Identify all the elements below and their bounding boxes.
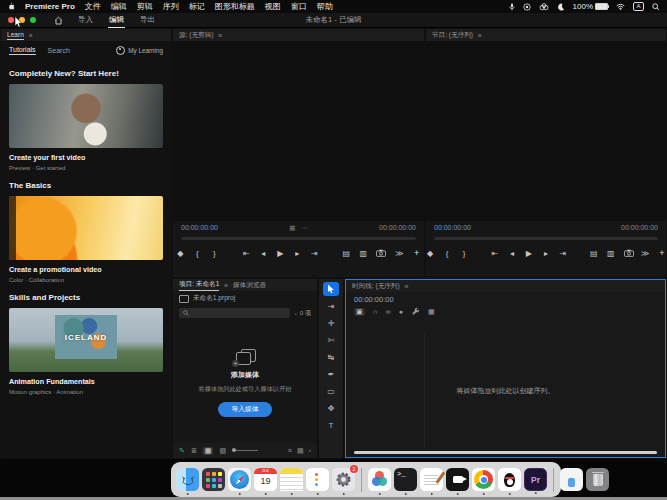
razor-tool[interactable]: ✄ — [323, 333, 339, 347]
mark-out-button[interactable]: } — [210, 249, 218, 258]
nest-toggle[interactable]: ▣ — [354, 308, 365, 316]
learn-card-promotional-video[interactable]: Create a promotional video Color · Colla… — [9, 196, 163, 283]
button-editor-button[interactable]: + — [658, 248, 666, 258]
timeline-panel-tab[interactable]: 时间线: (无序列) — [352, 282, 400, 291]
home-icon[interactable] — [54, 16, 63, 25]
apple-menu-icon[interactable] — [7, 2, 15, 11]
timeline-horizontal-scrollbar[interactable] — [354, 451, 657, 454]
source-monitor-tab[interactable]: 源: (无剪辑) — [179, 31, 213, 40]
sort-button[interactable]: ≡ — [288, 447, 292, 455]
dock-trash-icon[interactable] — [586, 468, 609, 491]
project-search-input[interactable] — [179, 308, 290, 318]
resolution-menu-icon[interactable]: ⋯ — [301, 224, 308, 232]
ripple-edit-tool[interactable]: ✛ — [323, 316, 339, 330]
media-browser-tab[interactable]: 媒体浏览器 — [233, 281, 266, 290]
spotlight-search-icon[interactable] — [652, 3, 660, 11]
dock-qq-icon[interactable] — [498, 468, 521, 491]
wifi-icon[interactable] — [616, 3, 625, 10]
step-forward-button[interactable]: ▸ — [293, 249, 301, 258]
mark-in-button[interactable]: { — [443, 249, 451, 258]
menu-clip[interactable]: 剪辑 — [137, 1, 153, 12]
tab-edit[interactable]: 编辑 — [108, 13, 125, 28]
dock-overlapping-circles-app-icon[interactable] — [368, 468, 391, 491]
dock-safari-icon[interactable] — [228, 468, 251, 491]
project-panel-tab[interactable]: 项目: 未命名1 — [179, 280, 219, 291]
thumbnail-zoom-slider[interactable] — [232, 450, 258, 451]
focus-moon-icon[interactable] — [557, 3, 565, 11]
menu-sequence[interactable]: 序列 — [163, 1, 179, 12]
timeline-timecode[interactable]: 00:00:00:00 — [346, 292, 665, 305]
menu-graphics-titles[interactable]: 图形和标题 — [215, 1, 255, 12]
add-marker-button[interactable]: ● — [399, 308, 403, 315]
screen-record-status-icon[interactable] — [523, 3, 531, 11]
more-buttons-icon[interactable]: ≫ — [395, 249, 403, 258]
hand-tool[interactable]: ✥ — [323, 401, 339, 415]
extract-button[interactable]: ▥ — [607, 249, 615, 258]
menu-help[interactable]: 帮助 — [317, 1, 333, 12]
my-learning-button[interactable]: My Learning — [116, 46, 163, 55]
panel-menu-icon[interactable]: ≡ — [29, 32, 33, 39]
step-back-button[interactable]: ◂ — [508, 249, 516, 258]
menu-edit[interactable]: 编辑 — [111, 1, 127, 12]
dock-finder-icon[interactable] — [176, 468, 199, 491]
go-to-out-button[interactable]: ⇥ — [559, 249, 567, 258]
new-item-button[interactable]: ▫ — [309, 447, 311, 455]
zoom-window-button[interactable] — [30, 17, 36, 23]
input-source-icon[interactable]: A — [633, 2, 644, 11]
insert-button[interactable]: ▤ — [342, 249, 350, 258]
lift-button[interactable]: ▤ — [590, 249, 598, 258]
dock-launchpad-icon[interactable] — [202, 468, 225, 491]
go-to-in-button[interactable]: ⇤ — [491, 249, 499, 258]
panel-menu-icon[interactable]: ≡ — [218, 32, 222, 39]
dock-video-app-icon[interactable] — [446, 468, 469, 491]
more-buttons-icon[interactable]: ≫ — [641, 249, 649, 258]
tab-import[interactable]: 导入 — [77, 13, 94, 28]
pen-tool[interactable]: ✒ — [323, 367, 339, 381]
add-marker-button[interactable]: ◆ — [426, 249, 434, 258]
go-to-out-button[interactable]: ⇥ — [310, 249, 318, 258]
play-button[interactable]: ▶ — [525, 249, 533, 258]
menu-window[interactable]: 窗口 — [291, 1, 307, 12]
panel-menu-icon[interactable]: ≡ — [405, 283, 409, 290]
program-monitor-tab[interactable]: 节目: (无序列) — [432, 31, 473, 40]
dock-reminders-icon[interactable] — [306, 468, 329, 491]
import-media-button[interactable]: 导入媒体 — [218, 402, 271, 417]
export-frame-button[interactable] — [624, 249, 632, 257]
step-forward-button[interactable]: ▸ — [542, 249, 550, 258]
menu-file[interactable]: 文件 — [85, 1, 101, 12]
dock-calendar-icon[interactable]: 11月 19 — [254, 468, 277, 491]
icon-view-button[interactable]: ▦ — [203, 447, 214, 455]
edit-pencil-icon[interactable]: ✎ — [179, 447, 185, 455]
track-select-tool[interactable]: ⇥ — [323, 299, 339, 313]
export-frame-button[interactable] — [376, 249, 386, 257]
creative-cloud-icon[interactable] — [539, 3, 549, 11]
tab-export[interactable]: 导出 — [139, 13, 156, 28]
filter-icon[interactable]: ▫ — [294, 310, 296, 317]
fit-menu-icon[interactable]: ▦ — [289, 224, 295, 232]
timeline-settings-wrench-icon[interactable] — [411, 307, 420, 316]
go-to-in-button[interactable]: ⇤ — [242, 249, 250, 258]
program-scrub-bar[interactable] — [434, 237, 658, 240]
learn-panel-tab[interactable]: Learn — [7, 31, 24, 40]
dock-premiere-icon[interactable]: Pr — [524, 468, 547, 491]
dock-notes-icon[interactable] — [280, 468, 303, 491]
project-file-name[interactable]: 未命名1.prproj — [193, 294, 235, 303]
menubar-app-name[interactable]: Premiere Pro — [25, 2, 75, 11]
snap-toggle[interactable]: ∩ — [373, 308, 378, 315]
dock-downloads-icon[interactable] — [560, 468, 583, 491]
microphone-status-icon[interactable] — [509, 3, 515, 11]
slip-tool[interactable]: ↹ — [323, 350, 339, 364]
project-empty-dropzone[interactable]: + 添加媒体 将媒体拖到此处或导入媒体以开始 导入媒体 — [173, 325, 317, 440]
overwrite-button[interactable]: ▥ — [359, 249, 367, 258]
list-view-button[interactable]: ≣ — [191, 447, 197, 455]
learn-card-first-video[interactable]: Create your first video Preview · Get st… — [9, 84, 163, 171]
menu-view[interactable]: 视图 — [265, 1, 281, 12]
mark-out-button[interactable]: } — [460, 249, 468, 258]
dock-settings-icon[interactable]: 2 — [332, 468, 355, 491]
source-scrub-bar[interactable] — [181, 237, 416, 240]
captions-button[interactable]: ▦ — [428, 308, 435, 316]
panel-menu-icon[interactable]: ≡ — [224, 282, 228, 289]
tab-search[interactable]: Search — [48, 47, 70, 54]
mark-in-button[interactable]: { — [193, 249, 201, 258]
timeline-track-area[interactable]: 将媒体拖放到此处以创建序列。 — [346, 334, 665, 447]
